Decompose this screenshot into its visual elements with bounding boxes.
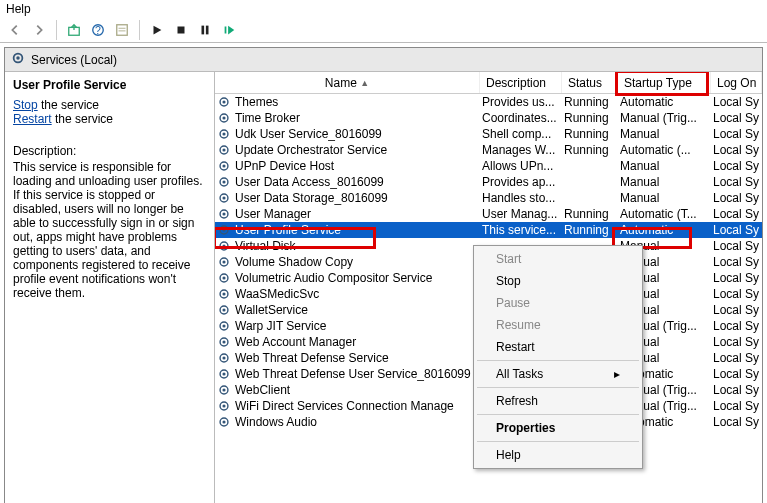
service-icon [217, 399, 231, 413]
service-logon: Local Sy [711, 239, 762, 253]
service-desc: Provides us... [480, 95, 562, 109]
table-row[interactable]: User Data Storage_8016099Handles sto...M… [215, 190, 762, 206]
service-desc: Allows UPn... [480, 159, 562, 173]
table-row[interactable]: Update Orchestrator ServiceManages W...R… [215, 142, 762, 158]
svg-rect-8 [206, 26, 209, 35]
ctx-separator [477, 414, 639, 415]
svg-point-15 [222, 116, 225, 119]
table-row[interactable]: User ManagerUser Manag...RunningAutomati… [215, 206, 762, 222]
col-logon[interactable]: Log On [711, 72, 762, 93]
service-logon: Local Sy [711, 335, 762, 349]
svg-point-41 [222, 324, 225, 327]
service-name: WaaSMedicSvc [235, 287, 319, 301]
service-desc: Shell comp... [480, 127, 562, 141]
service-name: WalletService [235, 303, 308, 317]
menu-help[interactable]: Help [6, 2, 31, 16]
svg-point-47 [222, 372, 225, 375]
svg-point-23 [222, 180, 225, 183]
service-icon [217, 207, 231, 221]
toolbar-separator [56, 20, 57, 40]
service-startup: Manual [618, 191, 711, 205]
service-name: UPnP Device Host [235, 159, 334, 173]
details-panel: User Profile Service Stop the service Re… [5, 72, 215, 503]
service-name: Volume Shadow Copy [235, 255, 353, 269]
ctx-help[interactable]: Help [476, 444, 640, 466]
svg-point-39 [222, 308, 225, 311]
service-logon: Local Sy [711, 175, 762, 189]
service-status: Running [562, 143, 618, 157]
table-row[interactable]: UPnP Device HostAllows UPn...ManualLocal… [215, 158, 762, 174]
service-name: Web Threat Defense User Service_8016099 [235, 367, 471, 381]
service-logon: Local Sy [711, 159, 762, 173]
description-label: Description: [13, 144, 206, 158]
ctx-refresh[interactable]: Refresh [476, 390, 640, 412]
start-icon[interactable] [148, 21, 166, 39]
ctx-restart[interactable]: Restart [476, 336, 640, 358]
service-name: Themes [235, 95, 278, 109]
stop-link[interactable]: Stop [13, 98, 38, 112]
col-status[interactable]: Status [562, 72, 618, 93]
service-icon [217, 95, 231, 109]
svg-rect-9 [225, 27, 227, 34]
back-icon[interactable] [6, 21, 24, 39]
description-text: This service is responsible for loading … [13, 160, 206, 300]
ctx-stop[interactable]: Stop [476, 270, 640, 292]
col-description[interactable]: Description [480, 72, 562, 93]
col-startup-type[interactable]: Startup Type [618, 72, 711, 93]
service-startup: Automatic [618, 95, 711, 109]
selected-service-title: User Profile Service [13, 78, 206, 92]
svg-point-25 [222, 196, 225, 199]
svg-point-21 [222, 164, 225, 167]
svg-rect-3 [117, 25, 128, 36]
pane-header: Services (Local) [5, 48, 762, 72]
service-icon [217, 415, 231, 429]
ctx-all-tasks[interactable]: All Tasks▸ [476, 363, 640, 385]
help-icon[interactable]: ? [89, 21, 107, 39]
service-status: Running [562, 127, 618, 141]
service-desc: Manages W... [480, 143, 562, 157]
svg-point-27 [222, 212, 225, 215]
service-logon: Local Sy [711, 415, 762, 429]
service-icon [217, 223, 231, 237]
svg-point-17 [222, 132, 225, 135]
service-logon: Local Sy [711, 111, 762, 125]
restart-link[interactable]: Restart [13, 112, 52, 126]
svg-point-37 [222, 292, 225, 295]
svg-rect-6 [178, 27, 185, 34]
col-name[interactable]: Name ▲ [215, 72, 480, 93]
table-row[interactable]: User Data Access_8016099Provides ap...Ma… [215, 174, 762, 190]
service-icon [217, 351, 231, 365]
export-icon[interactable] [65, 21, 83, 39]
stop-icon[interactable] [172, 21, 190, 39]
properties-icon[interactable] [113, 21, 131, 39]
service-icon [217, 143, 231, 157]
table-row[interactable]: Udk User Service_8016099Shell comp...Run… [215, 126, 762, 142]
table-row[interactable]: Time BrokerCoordinates...RunningManual (… [215, 110, 762, 126]
table-row[interactable]: User Profile ServiceThis service...Runni… [215, 222, 762, 238]
stop-service-line: Stop the service [13, 98, 206, 112]
ctx-properties[interactable]: Properties [476, 417, 640, 439]
svg-point-43 [222, 340, 225, 343]
service-status: Running [562, 207, 618, 221]
service-icon [217, 239, 231, 253]
svg-point-29 [222, 228, 225, 231]
forward-icon[interactable] [30, 21, 48, 39]
ctx-separator [477, 441, 639, 442]
services-grid: Name ▲ Description Status Startup Type L… [215, 72, 762, 503]
service-icon [217, 159, 231, 173]
svg-point-19 [222, 148, 225, 151]
service-name: Warp JIT Service [235, 319, 326, 333]
pause-icon[interactable] [196, 21, 214, 39]
service-logon: Local Sy [711, 143, 762, 157]
service-name: Time Broker [235, 111, 300, 125]
menu-bar: Help [0, 0, 767, 18]
service-icon [217, 111, 231, 125]
table-row[interactable]: ThemesProvides us...RunningAutomaticLoca… [215, 94, 762, 110]
sort-asc-icon: ▲ [360, 78, 369, 88]
service-name: Windows Audio [235, 415, 317, 429]
restart-icon[interactable] [220, 21, 238, 39]
service-icon [217, 383, 231, 397]
svg-point-13 [222, 100, 225, 103]
service-logon: Local Sy [711, 255, 762, 269]
service-desc: Provides ap... [480, 175, 562, 189]
